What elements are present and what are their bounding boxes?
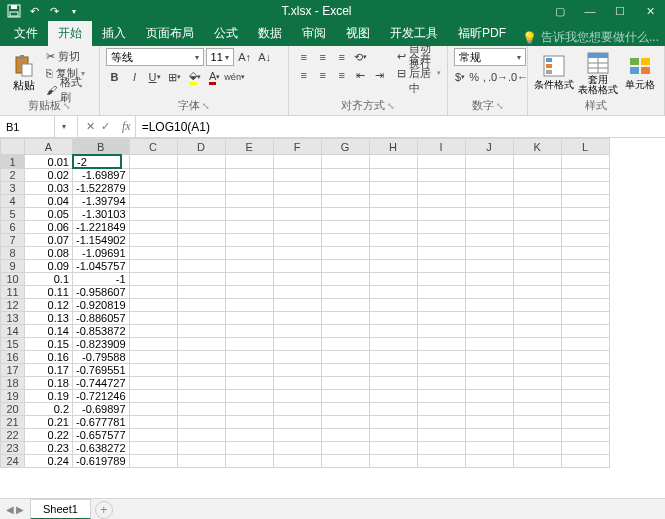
cell[interactable] [321,286,369,299]
cell[interactable] [273,429,321,442]
cell[interactable] [129,247,177,260]
cell[interactable]: 0.06 [25,221,73,234]
cell[interactable] [177,208,225,221]
format-as-table-button[interactable]: 套用 表格格式 [576,48,620,98]
cell[interactable] [513,325,561,338]
bold-button[interactable]: B [106,68,124,86]
cell[interactable] [321,377,369,390]
cell[interactable] [225,247,273,260]
column-header[interactable]: F [273,139,321,155]
cell[interactable] [225,338,273,351]
row-header[interactable]: 8 [1,247,25,260]
cell[interactable] [369,442,417,455]
align-bottom-icon[interactable]: ≡ [333,48,351,66]
cell[interactable] [177,442,225,455]
cell[interactable] [129,260,177,273]
cell[interactable] [561,377,609,390]
cell[interactable] [465,182,513,195]
cell[interactable] [321,155,369,169]
fx-icon[interactable]: fx [118,116,135,137]
row-header[interactable]: 14 [1,325,25,338]
cell[interactable] [513,312,561,325]
column-header[interactable]: H [369,139,417,155]
tab-foxit-pdf[interactable]: 福昕PDF [448,21,516,46]
orientation-icon[interactable]: ⟲▾ [352,48,370,66]
cell[interactable]: -0.744727 [73,377,130,390]
cell[interactable] [177,403,225,416]
cell[interactable] [129,195,177,208]
cell[interactable] [465,260,513,273]
border-button[interactable]: ⊞▾ [166,68,184,86]
cell[interactable]: 0.07 [25,234,73,247]
cell[interactable] [561,364,609,377]
cell[interactable] [513,155,561,169]
cell[interactable] [417,155,465,169]
enter-formula-icon[interactable]: ✓ [101,120,110,133]
cell[interactable] [225,325,273,338]
cell[interactable]: 0.21 [25,416,73,429]
cell[interactable] [273,234,321,247]
cell[interactable] [177,312,225,325]
cell[interactable] [177,455,225,468]
cell[interactable] [129,429,177,442]
cell[interactable] [321,195,369,208]
new-sheet-icon[interactable]: + [95,501,113,519]
cell[interactable] [177,416,225,429]
number-launcher-icon[interactable]: ⤡ [496,101,504,111]
cell[interactable] [465,429,513,442]
cell[interactable]: 0.05 [25,208,73,221]
align-center-icon[interactable]: ≡ [314,66,332,84]
cell[interactable] [417,390,465,403]
cell[interactable] [417,169,465,182]
column-header[interactable]: C [129,139,177,155]
cell[interactable] [225,364,273,377]
cell[interactable] [177,247,225,260]
cell[interactable] [417,312,465,325]
cell[interactable] [225,195,273,208]
cell[interactable] [465,155,513,169]
cell[interactable]: -1.154902 [73,234,130,247]
cell[interactable] [561,390,609,403]
cell[interactable]: 0.15 [25,338,73,351]
cell[interactable] [177,429,225,442]
sheet-nav-prev-icon[interactable]: ◀ [6,504,14,515]
row-header[interactable]: 10 [1,273,25,286]
cell[interactable] [513,299,561,312]
cell[interactable] [321,390,369,403]
cell[interactable]: -0.619789 [73,455,130,468]
font-size-select[interactable]: 11▾ [206,48,234,66]
cell[interactable] [273,169,321,182]
cell[interactable] [561,169,609,182]
row-header[interactable]: 3 [1,182,25,195]
cell[interactable] [177,182,225,195]
cell[interactable] [417,286,465,299]
sheet-tab[interactable]: Sheet1 [30,499,91,519]
cell[interactable] [177,299,225,312]
cell[interactable] [369,338,417,351]
cell[interactable]: 0.01 [25,155,73,169]
cell[interactable] [417,221,465,234]
cell[interactable] [513,195,561,208]
cell[interactable] [321,221,369,234]
cell[interactable]: 0.16 [25,351,73,364]
cell[interactable] [369,299,417,312]
cell[interactable] [321,455,369,468]
cell[interactable] [177,234,225,247]
number-format-select[interactable]: 常规▾ [454,48,526,66]
cell[interactable] [225,169,273,182]
cell[interactable]: 0.14 [25,325,73,338]
cell[interactable]: -1.045757 [73,260,130,273]
cell[interactable] [273,208,321,221]
cell[interactable] [513,403,561,416]
cell[interactable] [561,234,609,247]
cell[interactable] [321,364,369,377]
cell[interactable] [417,338,465,351]
align-left-icon[interactable]: ≡ [295,66,313,84]
row-header[interactable]: 18 [1,377,25,390]
cell[interactable] [273,416,321,429]
cell[interactable] [321,182,369,195]
cell[interactable] [465,351,513,364]
cell[interactable] [129,377,177,390]
cell[interactable] [417,429,465,442]
cell[interactable] [465,286,513,299]
